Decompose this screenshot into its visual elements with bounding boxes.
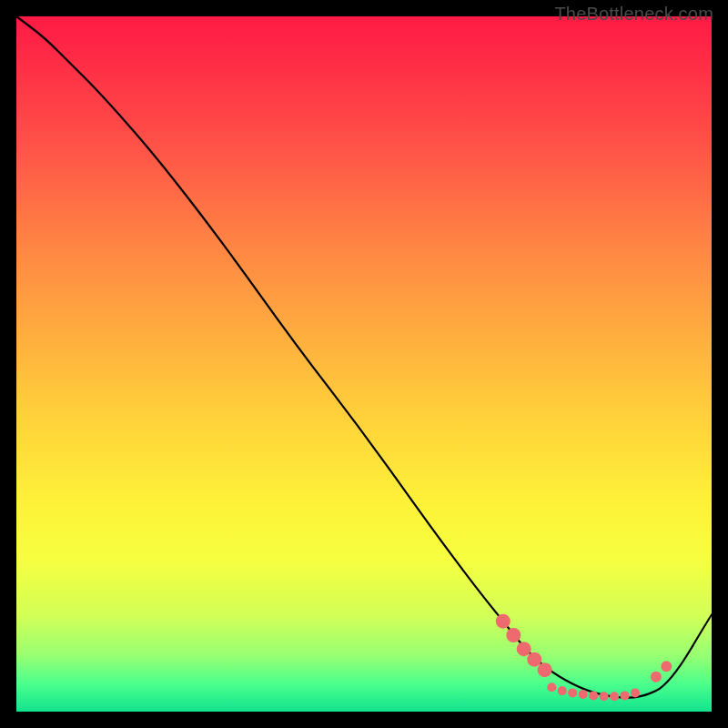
data-marker xyxy=(538,662,552,677)
data-marker xyxy=(496,614,511,629)
data-marker xyxy=(610,692,619,701)
data-marker xyxy=(579,690,588,699)
data-marker xyxy=(547,682,556,692)
chart-plot-area xyxy=(16,16,712,712)
data-marker xyxy=(527,652,541,667)
data-marker xyxy=(651,672,662,682)
data-marker xyxy=(621,691,630,700)
data-marker xyxy=(506,628,521,642)
data-marker xyxy=(600,692,609,701)
data-marker xyxy=(589,691,598,700)
data-marker xyxy=(631,688,640,697)
watermark-text: TheBottleneck.com xyxy=(554,4,713,25)
data-marker xyxy=(558,686,567,695)
curve-path xyxy=(16,16,712,698)
chart-svg xyxy=(16,16,712,712)
data-marker xyxy=(568,688,577,697)
data-marker xyxy=(517,642,531,656)
data-marker xyxy=(661,661,672,672)
